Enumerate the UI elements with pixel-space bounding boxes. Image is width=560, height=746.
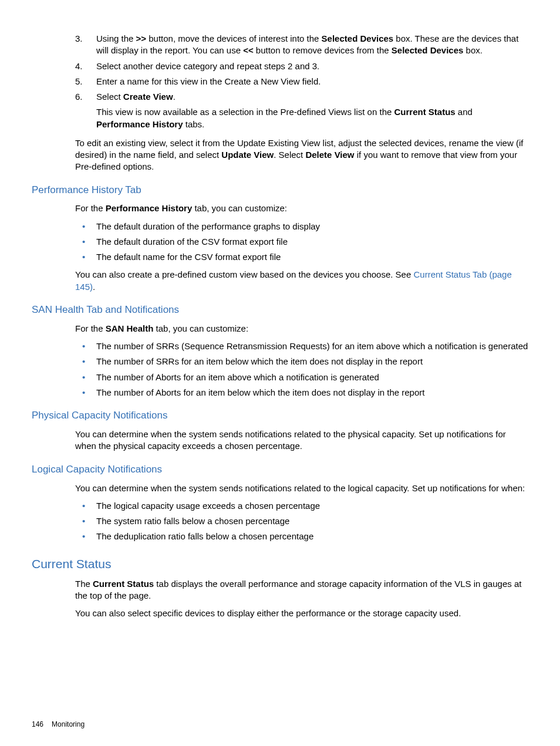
list-item: The logical capacity usage exceeds a cho… [75, 500, 528, 512]
current-p2: You can also select specific devices to … [75, 607, 528, 619]
text: You can also create a pre-defined custom… [75, 269, 413, 279]
step-4: Select another device category and repea… [75, 60, 528, 72]
selected-devices-label: Selected Devices [322, 33, 394, 43]
move-right-symbol: >> [136, 33, 147, 43]
text: tabs. [183, 119, 205, 129]
text: Select another device category and repea… [96, 61, 319, 71]
perf-bullets: The default duration of the performance … [75, 221, 528, 264]
update-view-label: Update View [221, 150, 274, 160]
current-status-content: The Current Status tab displays the over… [75, 578, 528, 620]
text: Select [96, 92, 123, 102]
logical-intro: You can determine when the system sends … [75, 482, 528, 494]
perf-intro: For the Performance History tab, you can… [75, 202, 528, 214]
list-item: The default duration of the CSV format e… [75, 236, 528, 248]
selected-devices-label: Selected Devices [392, 45, 464, 55]
text: tab, you can customize: [192, 203, 287, 213]
text: . [93, 282, 95, 292]
delete-view-label: Delete View [305, 150, 354, 160]
steps-block: Using the >> button, move the devices of… [75, 33, 528, 173]
performance-history-label: Performance History [106, 203, 193, 213]
text: For the [75, 203, 106, 213]
phys-text: You can determine when the system sends … [75, 428, 528, 453]
san-health-content: For the SAN Health tab, you can customiz… [75, 323, 528, 399]
logical-capacity-content: You can determine when the system sends … [75, 482, 528, 543]
heading-current-status: Current Status [32, 556, 528, 572]
step-5: Enter a name for this view in the Create… [75, 76, 528, 87]
text: tab, you can customize: [153, 323, 248, 333]
text: . Select [274, 150, 305, 160]
current-status-label: Current Status [394, 107, 456, 117]
text: and [456, 107, 473, 117]
heading-physical-capacity: Physical Capacity Notifications [32, 409, 528, 423]
list-item: The number of SRRs for an item below whi… [75, 356, 528, 367]
text: button, move the devices of interest int… [146, 33, 322, 43]
current-p1: The Current Status tab displays the over… [75, 578, 528, 602]
performance-history-content: For the Performance History tab, you can… [75, 202, 528, 293]
san-health-label: SAN Health [106, 323, 154, 333]
text: . [173, 92, 176, 102]
heading-performance-history-tab: Performance History Tab [32, 184, 528, 197]
performance-history-label: Performance History [96, 119, 183, 129]
list-item: The number of Aborts for an item above w… [75, 372, 528, 383]
move-left-symbol: << [243, 45, 254, 55]
heading-san-health-tab: SAN Health Tab and Notifications [32, 303, 528, 317]
physical-capacity-content: You can determine when the system sends … [75, 428, 528, 453]
list-item: The deduplication ratio falls below a ch… [75, 531, 528, 542]
current-status-label: Current Status [93, 579, 154, 589]
text: Using the [96, 33, 136, 43]
text: For the [75, 323, 106, 333]
text: This view is now available as a selectio… [96, 107, 394, 117]
step-6-note: This view is now available as a selectio… [96, 106, 528, 130]
logical-bullets: The logical capacity usage exceeds a cho… [75, 500, 528, 543]
create-view-label: Create View [123, 92, 173, 102]
text: button to remove devices from the [254, 45, 392, 55]
san-bullets: The number of SRRs (Sequence Retransmiss… [75, 340, 528, 399]
text: Enter a name for this view in the Create… [96, 76, 321, 86]
text: box. [463, 45, 483, 55]
san-intro: For the SAN Health tab, you can customiz… [75, 323, 528, 335]
perf-after: You can also create a pre-defined custom… [75, 269, 528, 293]
list-item: The system ratio falls below a chosen pe… [75, 515, 528, 527]
list-item: The number of Aborts for an item below w… [75, 387, 528, 399]
list-item: The default duration of the performance … [75, 221, 528, 232]
numbered-steps: Using the >> button, move the devices of… [75, 33, 528, 130]
text: The [75, 579, 93, 589]
heading-logical-capacity: Logical Capacity Notifications [32, 463, 528, 477]
step-3: Using the >> button, move the devices of… [75, 33, 528, 57]
edit-view-paragraph: To edit an existing view, select it from… [75, 137, 528, 173]
step-6: Select Create View. This view is now ava… [75, 91, 528, 130]
list-item: The default name for the CSV format expo… [75, 251, 528, 263]
list-item: The number of SRRs (Sequence Retransmiss… [75, 340, 528, 352]
